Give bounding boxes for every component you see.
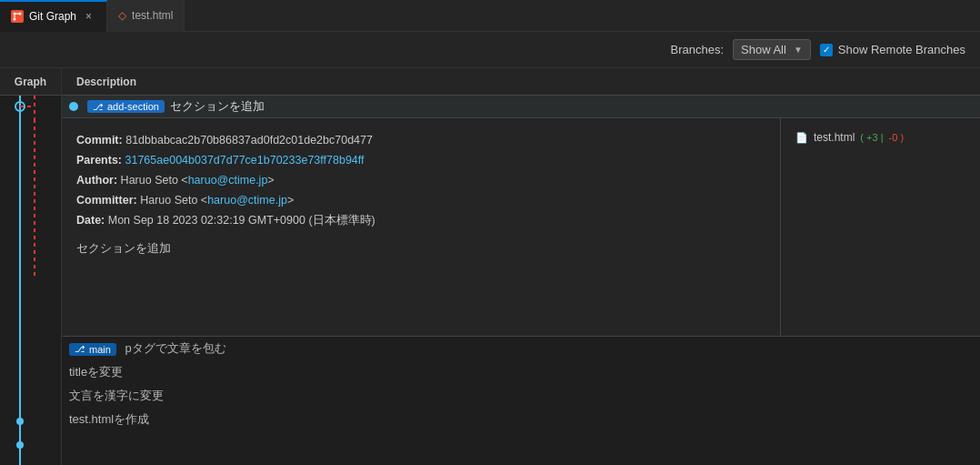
committer-label: Committer:: [76, 194, 137, 207]
branch-icon: ⎇: [93, 102, 104, 112]
commit-author-email[interactable]: haruo@ctime.jp: [188, 174, 268, 187]
tab-git-graph[interactable]: Git Graph ×: [0, 0, 107, 32]
file-name: test.html: [814, 131, 855, 144]
commit-1-files: 📄 test.html ( +3 | -0 ): [780, 118, 980, 336]
chevron-down-icon: ▼: [794, 45, 803, 55]
main-area: Graph: [0, 68, 980, 465]
svg-point-3: [14, 18, 16, 21]
commit-message-body: セクションを追加: [76, 240, 765, 257]
file-icon: 📄: [795, 132, 808, 144]
svg-point-12: [16, 441, 24, 449]
tab-git-graph-label: Git Graph: [29, 10, 76, 23]
file-entry-1[interactable]: 📄 test.html ( +3 | -0 ): [795, 131, 965, 144]
description-panel: Description ⎇ add-section セクションを追加 Commi…: [62, 68, 980, 465]
commit-committer-name: Haruo Seto <: [140, 194, 207, 207]
commit-hash: 81dbbabcac2b70b86837ad0fd2c01de2bc70d477: [125, 134, 373, 147]
checkmark-icon: ✓: [823, 45, 830, 55]
commit-2-branch-name: main: [89, 344, 111, 355]
commit-3-row[interactable]: titleを変更: [62, 360, 980, 384]
commit-label: Commit:: [76, 134, 123, 147]
svg-rect-0: [11, 10, 24, 23]
toolbar: Branches: Show All ▼ ✓ Show Remote Branc…: [0, 32, 980, 68]
show-remote-checkbox[interactable]: ✓ Show Remote Branches: [820, 43, 965, 56]
git-icon: [11, 10, 24, 23]
branches-label: Branches:: [670, 43, 724, 56]
commit-1-details: Commit: 81dbbabcac2b70b86837ad0fd2c01de2…: [62, 118, 780, 336]
commit-committer-email[interactable]: haruo@ctime.jp: [207, 194, 287, 207]
commit-date-line: Date: Mon Sep 18 2023 02:32:19 GMT+0900 …: [76, 211, 765, 229]
date-label: Date:: [76, 214, 105, 227]
author-label: Author:: [76, 174, 117, 187]
commit-4-row[interactable]: 文言を漢字に変更: [62, 384, 980, 408]
commit-author-name: Haruo Seto <: [121, 174, 188, 187]
commit-committer-line: Committer: Haruo Seto <haruo@ctime.jp>: [76, 191, 765, 209]
graph-panel: Graph: [0, 68, 62, 465]
file-deletions: -0 ): [889, 132, 905, 143]
svg-point-11: [16, 418, 24, 425]
commit-1-branch-tag: ⎇ add-section: [87, 100, 165, 113]
file-additions: ( +3 |: [860, 132, 883, 143]
commit-hash-line: Commit: 81dbbabcac2b70b86837ad0fd2c01de2…: [76, 131, 765, 149]
commit-4-desc: 文言を漢字に変更: [62, 386, 980, 406]
tab-test-html-label: test.html: [132, 9, 173, 22]
checkbox-box: ✓: [820, 44, 833, 56]
graph-header: Graph: [0, 68, 61, 96]
commit-5-desc: test.htmlを作成: [62, 409, 980, 430]
graph-svg: [0, 96, 62, 465]
commit-2-row[interactable]: ⎇ main pタグで文章を包む: [62, 337, 980, 360]
commit-1-expanded: Commit: 81dbbabcac2b70b86837ad0fd2c01de2…: [62, 118, 980, 337]
branches-dropdown[interactable]: Show All ▼: [733, 39, 811, 60]
description-header: Description: [62, 68, 980, 96]
tab-bar: Git Graph × ◇ test.html: [0, 0, 980, 32]
commit-2-desc: ⎇ main pタグで文章を包む: [62, 339, 980, 359]
commit-2-branch-tag: ⎇ main: [69, 343, 116, 356]
commit-1-summary: セクションを追加: [170, 98, 265, 115]
branches-value: Show All: [741, 43, 786, 56]
commit-parents-hash[interactable]: 31765ae004b037d7d77ce1b70233e73ff78b94ff: [125, 154, 365, 167]
parents-label: Parents:: [76, 154, 122, 167]
commit-author-line: Author: Haruo Seto <haruo@ctime.jp>: [76, 171, 765, 189]
tab-git-graph-close[interactable]: ×: [82, 8, 95, 25]
commit-3-desc: titleを変更: [62, 362, 980, 382]
branch-icon-2: ⎇: [75, 344, 85, 354]
commit-1-dot: [69, 102, 78, 111]
html-icon: ◇: [118, 9, 126, 22]
commit-date: Mon Sep 18 2023 02:32:19 GMT+0900 (日本標準時…: [108, 214, 375, 227]
commit-2-summary: pタグで文章を包む: [125, 341, 225, 355]
commit-parents-line: Parents: 31765ae004b037d7d77ce1b70233e73…: [76, 151, 765, 169]
commit-1-title-row[interactable]: ⎇ add-section セクションを追加: [62, 96, 980, 118]
show-remote-label: Show Remote Branches: [838, 43, 965, 56]
commit-1-branch-name: add-section: [107, 101, 159, 112]
commit-5-row[interactable]: test.htmlを作成: [62, 408, 980, 431]
tab-test-html[interactable]: ◇ test.html: [107, 0, 185, 32]
